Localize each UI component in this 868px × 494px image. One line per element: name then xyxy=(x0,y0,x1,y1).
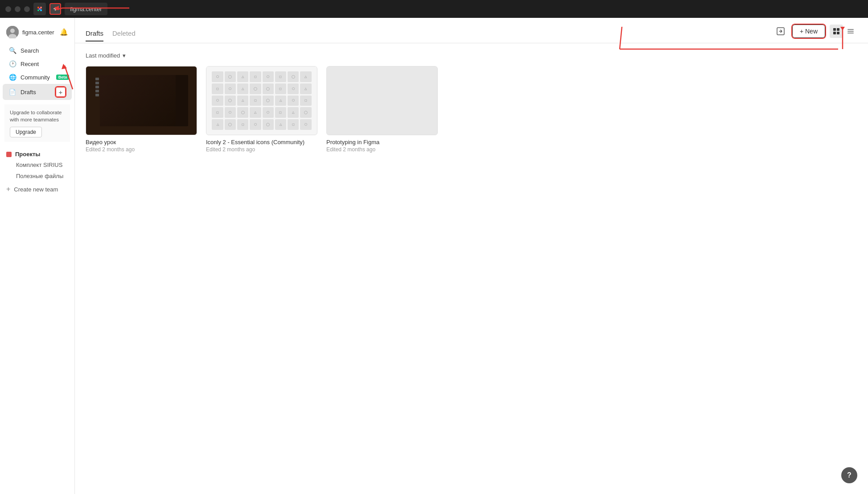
grid-view-button[interactable] xyxy=(830,25,843,38)
list-view-button[interactable] xyxy=(844,25,857,38)
active-tab[interactable]: figma.center xyxy=(65,3,107,15)
create-team-button[interactable]: + Create new team xyxy=(0,182,74,197)
file-card[interactable]: ⬡ ◯ △ ◻ ⬡ ◻ ◯ △ ◻ ⬡ △ ◯ ◯ xyxy=(206,66,317,153)
file-thumbnail: ⬡ ◯ △ ◻ ⬡ ◻ ◯ △ ◻ ⬡ △ ◯ ◯ xyxy=(206,66,317,135)
figma-logo-icon xyxy=(33,3,46,15)
team-section-header[interactable]: Проекты xyxy=(0,146,74,159)
svg-rect-10 xyxy=(837,28,839,31)
sort-button[interactable]: Last modified ▾ xyxy=(86,52,857,59)
file-name: Видео урок xyxy=(86,139,197,145)
new-tab-button[interactable]: + xyxy=(49,3,61,15)
svg-rect-3 xyxy=(40,9,42,11)
user-profile[interactable]: figma.center 🔔 xyxy=(0,23,74,41)
file-thumbnail xyxy=(86,66,197,135)
app-body: figma.center 🔔 🔍 Search 🕐 Recent 🌐 Commu… xyxy=(0,18,868,494)
file-thumbnail xyxy=(326,66,438,135)
titlebar: + figma.center xyxy=(0,0,868,18)
svg-rect-12 xyxy=(837,32,839,34)
header-actions: + New xyxy=(773,24,857,43)
file-date: Edited 2 months ago xyxy=(326,146,438,153)
file-date: Edited 2 months ago xyxy=(206,146,317,153)
file-card[interactable]: Видео урок Edited 2 months ago xyxy=(86,66,197,153)
svg-rect-11 xyxy=(833,32,836,34)
file-card[interactable]: Prototyping in Figma Edited 2 months ago xyxy=(326,66,438,153)
user-name: figma.center xyxy=(22,29,56,36)
svg-rect-9 xyxy=(833,28,836,31)
svg-rect-2 xyxy=(37,9,39,11)
upgrade-button[interactable]: Upgrade xyxy=(10,127,42,137)
svg-rect-4 xyxy=(39,8,41,10)
help-button[interactable]: ? xyxy=(841,467,857,483)
svg-rect-15 xyxy=(847,33,854,33)
search-icon: 🔍 xyxy=(9,47,16,54)
svg-rect-0 xyxy=(37,7,39,8)
close-light[interactable] xyxy=(5,6,11,12)
content-header: Drafts Deleted + New xyxy=(75,18,868,43)
new-button[interactable]: + New xyxy=(792,25,825,38)
sidebar-item-recent[interactable]: 🕐 Recent xyxy=(3,57,72,71)
content-body: Last modified ▾ xyxy=(75,43,868,494)
notification-bell-icon[interactable]: 🔔 xyxy=(60,28,68,36)
globe-icon: 🌐 xyxy=(9,74,16,81)
project-item-files[interactable]: Полезные файлы xyxy=(0,170,74,182)
drafts-add-button[interactable]: + xyxy=(56,87,66,97)
svg-rect-1 xyxy=(40,7,42,8)
svg-point-6 xyxy=(10,29,15,33)
sidebar-item-community[interactable]: 🌐 Community Beta xyxy=(3,71,72,84)
minimize-light[interactable] xyxy=(15,6,21,12)
share-icon-button[interactable] xyxy=(773,24,788,38)
upgrade-box: Upgrade to collaborate with more teammat… xyxy=(4,104,70,142)
plus-icon: + xyxy=(6,185,10,193)
avatar xyxy=(6,26,19,38)
file-name: Prototyping in Figma xyxy=(326,139,438,145)
team-color-dot xyxy=(6,152,12,157)
view-toggle xyxy=(830,25,857,38)
sidebar: figma.center 🔔 🔍 Search 🕐 Recent 🌐 Commu… xyxy=(0,18,75,494)
file-name: Iconly 2 - Essential icons (Community) xyxy=(206,139,317,145)
main-content: Drafts Deleted + New xyxy=(75,18,868,494)
tab-deleted[interactable]: Deleted xyxy=(112,26,136,42)
svg-rect-14 xyxy=(847,31,854,32)
beta-badge: Beta xyxy=(56,75,70,80)
sidebar-item-drafts[interactable]: 📄 Drafts + xyxy=(3,84,72,100)
file-date: Edited 2 months ago xyxy=(86,146,197,153)
traffic-lights xyxy=(5,6,30,12)
svg-rect-13 xyxy=(847,29,854,30)
document-icon: 📄 xyxy=(9,89,16,95)
tab-drafts[interactable]: Drafts xyxy=(86,26,103,42)
sidebar-item-search[interactable]: 🔍 Search xyxy=(3,44,72,57)
maximize-light[interactable] xyxy=(24,6,30,12)
project-item-sirius[interactable]: Комплект SIRIUS xyxy=(0,159,74,170)
upgrade-text: Upgrade to collaborate with more teammat… xyxy=(10,109,65,123)
clock-icon: 🕐 xyxy=(9,60,16,67)
header-tabs: Drafts Deleted xyxy=(86,26,144,42)
files-grid: Видео урок Edited 2 months ago ⬡ ◯ △ ◻ ⬡… xyxy=(86,66,857,153)
